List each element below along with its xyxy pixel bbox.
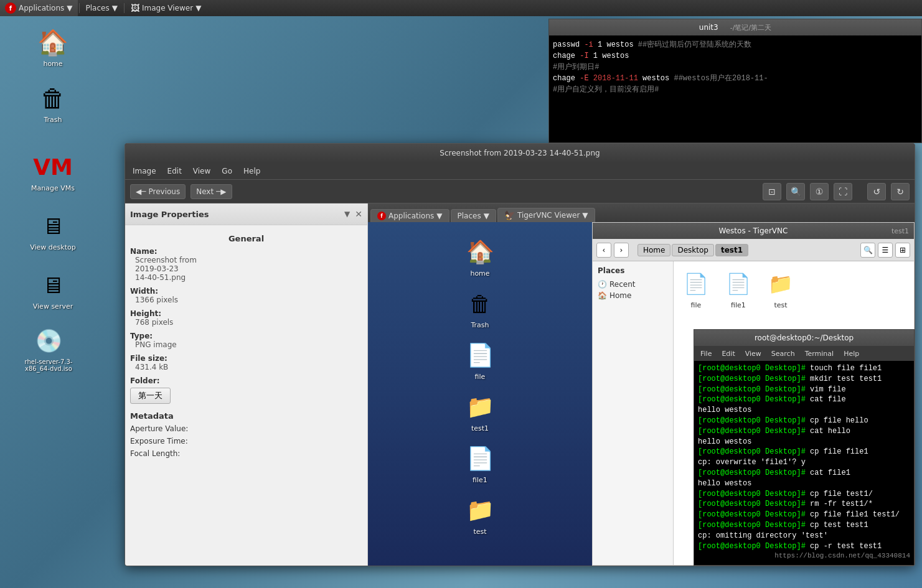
vnc-forward-button[interactable]: ›	[614, 243, 629, 258]
folder-button[interactable]: 第一天	[130, 388, 171, 404]
image-area: f Applications ▼ Places ▼ 🦅 TigerVNC Vie…	[368, 203, 915, 566]
desktop-icon-viewserver[interactable]: 🖥 View server	[25, 268, 81, 313]
filesize-prop: File size: 431.4 kB	[130, 354, 362, 371]
file-item-test[interactable]: 📁 test	[766, 269, 796, 309]
term-line-10: cp: overwrite 'file1'? y	[698, 457, 910, 468]
term-menu-search[interactable]: Search	[768, 348, 799, 359]
desktop-icon-rhel[interactable]: 💿 rhel-server-7.3-x86_64-dvd.iso	[21, 324, 77, 375]
term-menu-view[interactable]: View	[741, 348, 765, 359]
fedora-dot: f	[377, 212, 386, 220]
desktop-icon-trash[interactable]: 🗑 Trash	[25, 81, 81, 126]
zoom-out-button[interactable]: 🔍	[786, 183, 805, 200]
vnc-places-sidebar: Places 🕐 Recent 🏠 Home	[593, 261, 674, 565]
zoom-fit-button[interactable]: ⊡	[763, 183, 781, 200]
terminal-window: root@desktop0:~/Desktop File Edit View S…	[694, 329, 915, 566]
vnc-icon-home[interactable]: 🏠 home	[455, 235, 505, 280]
term-line-8: hello westos	[698, 437, 910, 447]
term-menu-terminal[interactable]: Terminal	[801, 348, 838, 359]
menu-help[interactable]: Help	[238, 166, 265, 177]
home-path-btn[interactable]: Home	[637, 244, 670, 256]
vnc-back-button[interactable]: ‹	[596, 243, 611, 258]
term-line-7: [root@desktop0 Desktop]# cat hello	[698, 426, 910, 437]
grid-view-btn[interactable]: ⊞	[895, 243, 910, 258]
vnc-icon-trash[interactable]: 🗑 Trash	[455, 286, 505, 332]
term-line-14: [root@desktop0 Desktop]# rm -fr test1/*	[698, 499, 910, 510]
fedora-logo: f	[5, 2, 16, 14]
next-arrow-icon: ─▶	[216, 187, 226, 196]
vnc-icon-test[interactable]: 📁 test	[455, 493, 505, 538]
vnc-icon-file1[interactable]: 📄 file1	[455, 441, 505, 487]
desktop-icon-viewdesktop[interactable]: 🖥 View desktop	[25, 208, 81, 254]
file-item-file[interactable]: 📄 file	[681, 269, 711, 309]
trash-label: Trash	[44, 116, 62, 124]
term-line-2: [root@desktop0 Desktop]# mkdir test test…	[698, 374, 910, 385]
recent-place[interactable]: 🕐 Recent	[598, 279, 668, 290]
taskbar-places[interactable]: Places ▼	[81, 0, 123, 16]
home-place[interactable]: 🏠 Home	[598, 290, 668, 301]
test1-path-btn[interactable]: test1	[715, 244, 748, 256]
folder-label: Folder:	[130, 376, 362, 385]
search-btn[interactable]: 🔍	[860, 243, 875, 258]
menu-view[interactable]: View	[188, 166, 215, 177]
image-properties-sidebar: Image Properties ▼ ✕ General Name: Scree…	[125, 203, 368, 566]
name-value: Screenshot from2019-03-2314-40-51.png	[135, 256, 362, 282]
taskbar-applications[interactable]: f Applications ▼	[0, 0, 78, 16]
vnc-trash-icon: 🗑	[465, 289, 495, 319]
desktop-icon-home[interactable]: 🏠 home	[25, 25, 81, 70]
recent-label: Recent	[609, 280, 635, 289]
vnc-tab-places[interactable]: Places ▼	[451, 209, 496, 222]
sidebar-title: Image Properties	[130, 210, 339, 219]
home-label: home	[43, 60, 62, 68]
vnc-icon-test1[interactable]: 📁 test1	[455, 390, 505, 435]
height-prop: Height: 768 pixels	[130, 309, 362, 327]
terminal-menubar: File Edit View Search Terminal Help	[694, 346, 914, 361]
vnc-trash-label: Trash	[471, 321, 489, 329]
rotate-right-button[interactable]: ↻	[891, 183, 910, 200]
vnc-applications-arrow: ▼	[436, 212, 442, 220]
rotate-left-button[interactable]: ↺	[867, 183, 886, 200]
vnc-test-label: test	[473, 528, 486, 536]
term-menu-file[interactable]: File	[697, 348, 715, 359]
term-line-1: [root@desktop0 Desktop]# touch file file…	[698, 363, 910, 374]
vnc-tab-tigervnc[interactable]: 🦅 TigerVNC Viewer ▼	[497, 208, 595, 222]
places-label: Places	[86, 4, 110, 12]
prev-button[interactable]: ◀─ Previous	[130, 184, 186, 199]
term-menu-help[interactable]: Help	[840, 348, 863, 359]
next-button[interactable]: Next ─▶	[191, 184, 232, 199]
sidebar-close-icon[interactable]: ✕	[355, 209, 362, 219]
applications-label: Applications	[19, 4, 64, 12]
width-value: 1366 pixels	[135, 296, 362, 304]
desktop-path-btn[interactable]: Desktop	[672, 244, 714, 256]
desktop-icon-managevms[interactable]: VM Manage VMs	[25, 149, 81, 195]
sidebar-toggle-icon[interactable]: ▼	[344, 210, 350, 218]
sidebar-content: General Name: Screenshot from2019-03-231…	[125, 225, 367, 566]
term-menu-edit[interactable]: Edit	[718, 348, 738, 359]
unit3-subtitle: -/笔记/第二天	[730, 24, 771, 32]
window-body: Image Properties ▼ ✕ General Name: Scree…	[125, 203, 915, 566]
separator-2	[124, 3, 125, 13]
tigervnc-titlebar: Westos - TigerVNC test1	[593, 223, 914, 239]
zoom-reset-button[interactable]: ①	[810, 183, 829, 200]
term-line-12: hello westos	[698, 478, 910, 489]
folder-prop: Folder: 第一天	[130, 376, 362, 404]
name-label: Name:	[130, 247, 362, 256]
places-title: Places	[598, 266, 668, 275]
sidebar-header: Image Properties ▼ ✕	[125, 203, 367, 225]
type-label: Type:	[130, 332, 362, 340]
file-item-file1[interactable]: 📄 file1	[723, 269, 753, 309]
menu-image[interactable]: Image	[128, 166, 161, 177]
vnc-test-icon: 📁	[465, 495, 495, 525]
list-view-btn[interactable]: ☰	[878, 243, 893, 258]
terminal-titlebar: root@desktop0:~/Desktop	[694, 330, 914, 346]
vnc-tab-applications[interactable]: f Applications ▼	[370, 209, 449, 222]
fullscreen-button[interactable]: ⛶	[834, 183, 852, 200]
tigervnc-title: Westos - TigerVNC	[719, 226, 788, 235]
file-name-file1: file1	[731, 301, 746, 309]
vnc-icon-file[interactable]: 📄 file	[455, 338, 505, 383]
term-line-16: [root@desktop0 Desktop]# cp test test1	[698, 520, 910, 531]
menu-go[interactable]: Go	[217, 166, 237, 177]
taskbar-imageviewer[interactable]: 🖼 Image Viewer ▼	[126, 0, 206, 16]
menu-edit[interactable]: Edit	[162, 166, 187, 177]
file1-doc-icon: 📄	[723, 269, 753, 299]
unit3-title: unit3	[699, 23, 718, 32]
